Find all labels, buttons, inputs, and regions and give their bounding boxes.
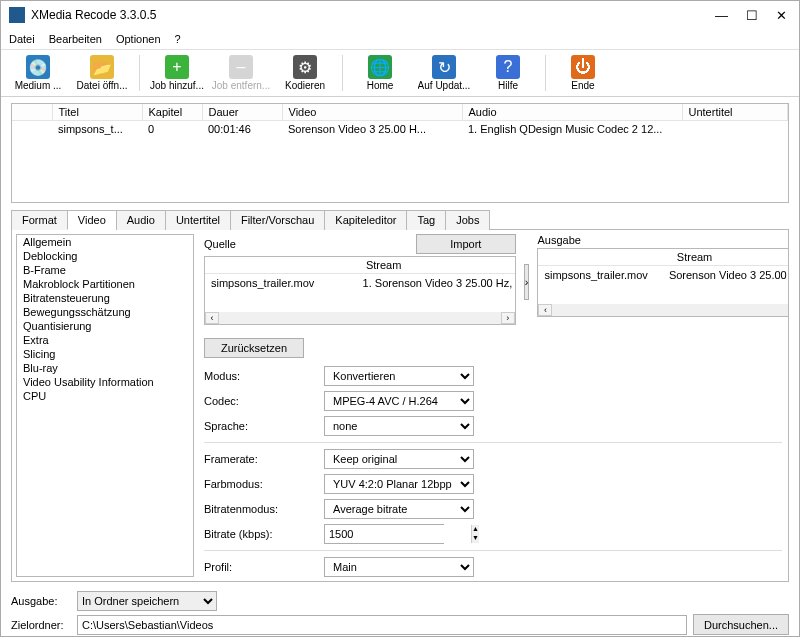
- titlebar: XMedia Recode 3.3.0.5 — ☐ ✕: [1, 1, 799, 29]
- framerate-select[interactable]: Keep original: [324, 449, 474, 469]
- menubar: Datei Bearbeiten Optionen ?: [1, 29, 799, 49]
- footer: Ausgabe: In Ordner speichern Zielordner:…: [1, 582, 799, 637]
- codec-select[interactable]: MPEG-4 AVC / H.264: [324, 391, 474, 411]
- tree-item[interactable]: Video Usability Information: [17, 375, 193, 389]
- sprache-select[interactable]: none: [324, 416, 474, 436]
- tree-item[interactable]: Bitratensteuerung: [17, 291, 193, 305]
- toolbar-update-button[interactable]: ↻Auf Updat...: [413, 53, 475, 93]
- source-stream-table[interactable]: Stream simpsons_trailer.mov1. Sorenson V…: [204, 256, 516, 325]
- profil-select[interactable]: Main: [324, 557, 474, 577]
- move-stream-button[interactable]: ›: [524, 264, 530, 300]
- toolbar-medium-button[interactable]: 💿Medium ...: [7, 53, 69, 93]
- tabs: FormatVideoAudioUntertitelFilter/Vorscha…: [11, 209, 789, 230]
- tab-video[interactable]: Video: [67, 210, 117, 230]
- tab-jobs[interactable]: Jobs: [445, 210, 490, 230]
- reset-button[interactable]: Zurücksetzen: [204, 338, 304, 358]
- tab-tag[interactable]: Tag: [406, 210, 446, 230]
- help-icon: ?: [496, 55, 520, 79]
- tree-item[interactable]: Slicing: [17, 347, 193, 361]
- tree-item[interactable]: Makroblock Partitionen: [17, 277, 193, 291]
- video-options-tree[interactable]: AllgemeinDeblockingB-FrameMakroblock Par…: [16, 234, 194, 577]
- home-icon: 🌐: [368, 55, 392, 79]
- bitrate-spinner[interactable]: ▲▼: [324, 524, 444, 544]
- file-list[interactable]: TitelKapitelDauerVideoAudioUntertitel si…: [11, 103, 789, 203]
- window-title: XMedia Recode 3.3.0.5: [31, 8, 715, 22]
- tree-item[interactable]: B-Frame: [17, 263, 193, 277]
- toolbar-home-button[interactable]: 🌐Home: [349, 53, 411, 93]
- menu-optionen[interactable]: Optionen: [116, 33, 161, 45]
- modus-select[interactable]: Konvertieren: [324, 366, 474, 386]
- minimize-button[interactable]: —: [715, 8, 728, 23]
- app-icon: [9, 7, 25, 23]
- tree-item[interactable]: CPU: [17, 389, 193, 403]
- medium-icon: 💿: [26, 55, 50, 79]
- close-button[interactable]: ✕: [776, 8, 787, 23]
- tree-item[interactable]: Allgemein: [17, 235, 193, 249]
- tree-item[interactable]: Quantisierung: [17, 319, 193, 333]
- toolbar: 💿Medium ...📂Datei öffn...+Job hinzuf...–…: [1, 49, 799, 97]
- tree-item[interactable]: Bewegungsschätzung: [17, 305, 193, 319]
- menu-datei[interactable]: Datei: [9, 33, 35, 45]
- menu-help[interactable]: ?: [175, 33, 181, 45]
- output-label: Ausgabe: [537, 234, 788, 246]
- menu-bearbeiten[interactable]: Bearbeiten: [49, 33, 102, 45]
- open-icon: 📂: [90, 55, 114, 79]
- browse-button[interactable]: Durchsuchen...: [693, 614, 789, 635]
- toolbar-removejob-button: –Job entfern...: [210, 53, 272, 93]
- output-hscroll[interactable]: ‹›: [538, 304, 788, 316]
- tree-item[interactable]: Extra: [17, 333, 193, 347]
- zielordner-input[interactable]: [77, 615, 687, 635]
- source-hscroll[interactable]: ‹›: [205, 312, 515, 324]
- tab-audio[interactable]: Audio: [116, 210, 166, 230]
- tree-item[interactable]: Blu-ray: [17, 361, 193, 375]
- update-icon: ↻: [432, 55, 456, 79]
- tab-untertitel[interactable]: Untertitel: [165, 210, 231, 230]
- maximize-button[interactable]: ☐: [746, 8, 758, 23]
- tree-item[interactable]: Deblocking: [17, 249, 193, 263]
- toolbar-exit-button[interactable]: ⏻Ende: [552, 53, 614, 93]
- exit-icon: ⏻: [571, 55, 595, 79]
- tab-format[interactable]: Format: [11, 210, 68, 230]
- tab-kapiteleditor[interactable]: Kapiteleditor: [324, 210, 407, 230]
- video-panel: AllgemeinDeblockingB-FrameMakroblock Par…: [11, 230, 789, 582]
- encode-icon: ⚙: [293, 55, 317, 79]
- toolbar-open-button[interactable]: 📂Datei öffn...: [71, 53, 133, 93]
- toolbar-addjob-button[interactable]: +Job hinzuf...: [146, 53, 208, 93]
- file-row[interactable]: simpsons_t...000:01:46Sorenson Video 3 2…: [12, 121, 788, 138]
- bitratenmodus-select[interactable]: Average bitrate: [324, 499, 474, 519]
- toolbar-encode-button[interactable]: ⚙Kodieren: [274, 53, 336, 93]
- tab-filtervorschau[interactable]: Filter/Vorschau: [230, 210, 325, 230]
- ausgabe-select[interactable]: In Ordner speichern: [77, 591, 217, 611]
- farbmodus-select[interactable]: YUV 4:2:0 Planar 12bpp: [324, 474, 474, 494]
- removejob-icon: –: [229, 55, 253, 79]
- toolbar-help-button[interactable]: ?Hilfe: [477, 53, 539, 93]
- output-stream-table[interactable]: Stream simpsons_trailer.movSorenson Vide…: [537, 248, 788, 317]
- source-label: Quelle: [204, 238, 236, 250]
- import-button[interactable]: Import: [416, 234, 516, 254]
- addjob-icon: +: [165, 55, 189, 79]
